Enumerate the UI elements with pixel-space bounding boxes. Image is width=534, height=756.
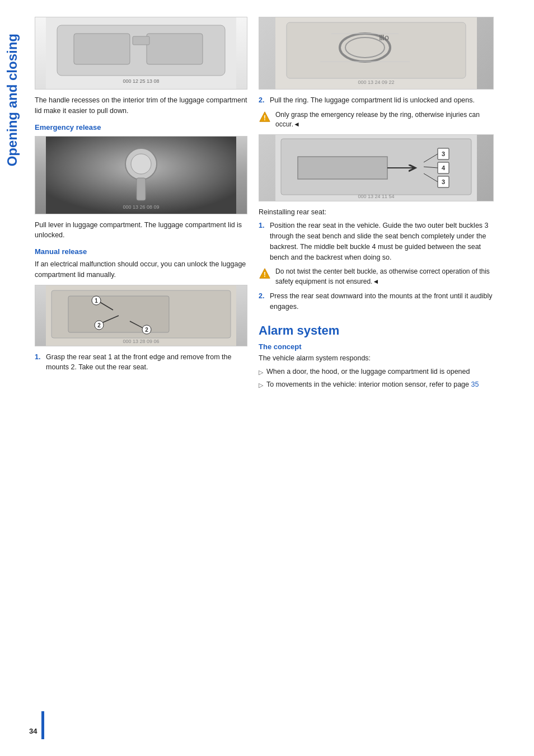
svg-text:2: 2	[145, 327, 148, 333]
manual-release-heading: Manual release	[35, 247, 247, 256]
step2-item: 2. Pull the ring. The luggage compartmen…	[259, 95, 494, 106]
warning-belt-text: Do not twist the center belt buckle, as …	[275, 267, 494, 287]
warning-ring-text: Only grasp the emergency release by the …	[275, 110, 494, 130]
alarm-intro: The vehicle alarm system responds:	[259, 353, 494, 364]
side-label: Opening and closing	[0, 0, 29, 756]
svg-text:000 13 24 11 54: 000 13 24 11 54	[358, 194, 394, 199]
warning-belt: ! Do not twist the center belt buckle, a…	[259, 267, 494, 287]
bullet-item-2: ▷ To movements in the vehicle: interior …	[259, 379, 494, 390]
emergency-release-image: 000 13 26 08 09	[35, 136, 247, 214]
manual-release-body: If an electrical malfunction should occu…	[35, 259, 247, 280]
page-container: Opening and closing 000 12 25 13 08 The …	[0, 0, 534, 756]
car-handle-image: Ⅲo 000 13 24 09 22	[259, 17, 494, 90]
right-column: Ⅲo 000 13 24 09 22 2. Pull the ring. The…	[259, 17, 494, 739]
emergency-release-heading: Emergency release	[35, 123, 247, 132]
manual-release-image: 1 2 2 000 13 28 09 06	[35, 285, 247, 346]
svg-text:000 12 25 13 08: 000 12 25 13 08	[123, 78, 159, 84]
bullet-text-2: To movements in the vehicle: interior mo…	[266, 379, 479, 390]
car-roof-image: 000 12 25 13 08	[35, 17, 247, 90]
reinstall-caption: Reinstalling rear seat:	[259, 207, 494, 218]
step2-number: 2.	[259, 95, 266, 106]
svg-text:4: 4	[442, 165, 446, 171]
alarm-bullets: ▷ When a door, the hood, or the luggage …	[259, 367, 494, 390]
svg-rect-3	[147, 34, 203, 64]
svg-rect-26	[287, 22, 466, 78]
step2-text: Pull the ring. The luggage compartment l…	[270, 95, 475, 106]
svg-point-9	[131, 154, 151, 174]
warning-icon-belt: !	[259, 267, 271, 280]
page-number: 34	[29, 727, 37, 735]
step1-item: 1. Grasp the rear seat 1 at the front ed…	[35, 352, 247, 373]
page-number-bar	[41, 711, 44, 739]
svg-text:2: 2	[97, 322, 101, 328]
reinstall-step2: 2. Press the rear seat downward into the…	[259, 291, 494, 312]
bullet-arrow-1: ▷	[259, 368, 263, 377]
svg-text:1: 1	[95, 298, 98, 304]
warning-ring: ! Only grasp the emergency release by th…	[259, 110, 494, 130]
svg-text:000 13 26 08 09: 000 13 26 08 09	[123, 204, 159, 210]
svg-text:3: 3	[442, 179, 445, 185]
reinstall-step1-num: 1.	[259, 220, 266, 262]
bullet-text-1: When a door, the hood, or the luggage co…	[266, 367, 470, 377]
svg-text:!: !	[264, 114, 266, 121]
svg-rect-14	[68, 296, 169, 332]
svg-rect-10	[137, 178, 146, 200]
the-concept-heading: The concept	[259, 342, 494, 351]
svg-text:!: !	[264, 271, 266, 279]
step1-text: Grasp the rear seat 1 at the front edge …	[46, 352, 247, 373]
reinstall-step1-text: Position the rear seat in the vehicle. G…	[270, 220, 494, 262]
reinstall-image: 3 4 3 000 13 24 11 54	[259, 134, 494, 201]
reinstall-step2-num: 2.	[259, 291, 266, 312]
chapter-title: Opening and closing	[4, 34, 20, 166]
svg-rect-4	[133, 36, 149, 45]
reinstall-step1: 1. Position the rear seat in the vehicle…	[259, 220, 494, 262]
top-left-caption: The handle recesses on the interior trim…	[35, 95, 247, 116]
svg-text:3: 3	[442, 151, 445, 157]
step1-number: 1.	[35, 352, 43, 373]
svg-text:Ⅲo: Ⅲo	[379, 33, 389, 42]
svg-rect-2	[74, 34, 130, 64]
page-35-link[interactable]: 35	[471, 381, 479, 388]
warning-icon-ring: !	[259, 111, 271, 123]
emergency-release-caption: Pull lever in luggage compartment. The l…	[35, 220, 247, 241]
page-footer: 34	[29, 711, 44, 739]
svg-text:000 13 24 09 22: 000 13 24 09 22	[358, 79, 394, 85]
bullet-item-1: ▷ When a door, the hood, or the luggage …	[259, 367, 494, 377]
main-content: 000 12 25 13 08 The handle recesses on t…	[29, 0, 534, 756]
alarm-system-heading: Alarm system	[259, 323, 494, 338]
svg-text:000 13 28 09 06: 000 13 28 09 06	[123, 339, 159, 344]
bullet-arrow-2: ▷	[259, 381, 263, 390]
left-column: 000 12 25 13 08 The handle recesses on t…	[35, 17, 247, 739]
reinstall-step2-text: Press the rear seat downward into the mo…	[270, 291, 494, 312]
